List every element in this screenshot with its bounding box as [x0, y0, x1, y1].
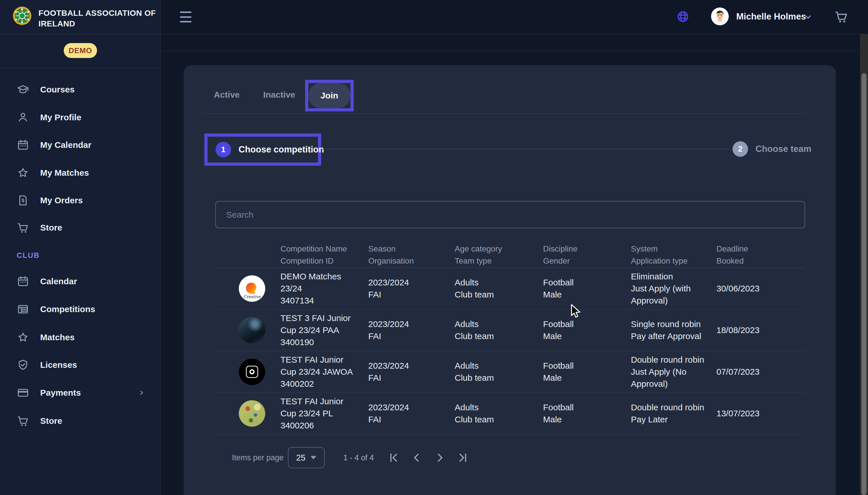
page-range-label: 1 - 4 of 4 [343, 454, 374, 462]
discipline: Football [543, 402, 574, 413]
sidebar-item-label: My Orders [40, 195, 83, 205]
organisation: FAI [368, 372, 409, 384]
table-row[interactable]: Creative DEMO Matches 23/24 3407134 2023… [215, 268, 805, 309]
discipline: Football [543, 318, 574, 330]
organisation: FAI [368, 289, 409, 301]
team-type: Club team [455, 330, 494, 342]
graduation-cap-icon [17, 83, 29, 96]
sidebar-item-club-calendar[interactable]: Calendar [0, 268, 161, 295]
discipline: Football [543, 276, 574, 289]
competition-logo [239, 359, 265, 385]
sidebar-item-club-matches[interactable]: Matches [0, 324, 161, 351]
sidebar-divider [0, 68, 161, 68]
search-field [215, 201, 805, 228]
sidebar-item-payments[interactable]: Payments [0, 379, 161, 407]
team-type: Club team [455, 289, 494, 301]
sidebar-item-label: Licenses [40, 360, 77, 370]
page-size-select[interactable]: 25 [288, 447, 325, 468]
tab-active[interactable]: Active [214, 90, 240, 100]
competition-logo [239, 317, 265, 343]
deadline: 30/06/2023 [716, 283, 760, 295]
sidebar-item-label: Courses [40, 85, 75, 95]
deadline: 18/08/2023 [716, 324, 760, 336]
chevron-right-icon [137, 389, 146, 397]
gender: Male [543, 372, 574, 384]
col-discipline: DisciplineGender [543, 243, 577, 267]
menu-toggle-icon[interactable] [180, 12, 191, 22]
brand[interactable]: FOOTBALL ASSOCIATION OF IRELAND [13, 6, 156, 29]
sidebar-item-my-profile[interactable]: My Profile [0, 104, 161, 131]
deadline: 13/07/2023 [716, 407, 760, 420]
first-page-button[interactable] [387, 451, 400, 464]
sidebar-item-label: Payments [40, 388, 81, 398]
receipt-icon: $ [17, 194, 29, 207]
tab-join[interactable]: Join [308, 83, 350, 108]
search-input[interactable] [226, 210, 795, 220]
gender: Male [543, 413, 574, 426]
table-row[interactable]: TEST 3 FAI Junior Cup 23/24 PAA 3400190 … [215, 309, 805, 351]
col-competition: Competition NameCompetition ID [280, 243, 347, 267]
competition-id: 3407134 [280, 295, 359, 307]
brand-title: FOOTBALL ASSOCIATION OF IRELAND [38, 6, 156, 29]
system: Double round robin [631, 402, 717, 413]
chevron-down-icon[interactable] [803, 12, 813, 22]
sidebar-item-my-matches[interactable]: My Matches [0, 159, 161, 187]
mouse-cursor [570, 304, 583, 320]
tab-inactive[interactable]: Inactive [263, 90, 295, 100]
table-row[interactable]: TEST FAI Junior Cup 23/24 PL 3400206 202… [215, 393, 805, 434]
user-name[interactable]: Michelle Holmes [736, 12, 806, 22]
last-page-button[interactable] [456, 451, 469, 464]
discipline: Football [543, 360, 574, 372]
sidebar: FOOTBALL ASSOCIATION OF IRELAND DEMO Cou… [0, 0, 161, 495]
fai-logo-icon [13, 6, 32, 25]
competition-logo [239, 400, 265, 427]
content-panel: Active Inactive Join 1 Choose competitio… [184, 65, 836, 495]
sidebar-item-club-store[interactable]: Store [0, 407, 161, 435]
next-page-button[interactable] [433, 451, 446, 464]
application-type: Just Apply (with Approval) [631, 283, 717, 307]
age-category: Adults [455, 360, 494, 372]
scrollbar-thumb[interactable] [862, 73, 867, 495]
shield-check-icon [17, 359, 29, 371]
previous-page-button[interactable] [411, 451, 423, 464]
sidebar-item-store[interactable]: Store [0, 214, 161, 241]
system: Double round robin [631, 354, 717, 366]
gender: Male [543, 330, 574, 342]
application-type: Just Apply (No Approval) [631, 366, 717, 390]
system: Single round robin [631, 318, 717, 330]
sidebar-item-label: Store [40, 223, 62, 233]
subheader-divider [161, 51, 860, 51]
step-1-badge: 1 [215, 142, 231, 157]
sidebar-item-label: Competitions [40, 304, 95, 314]
step-choose-team[interactable]: 2 Choose team [732, 141, 812, 157]
sidebar-item-licenses[interactable]: Licenses [0, 351, 161, 379]
sidebar-item-my-calendar[interactable]: My Calendar [0, 131, 161, 159]
tab-join-highlight-box: Join [305, 80, 354, 112]
step-choose-competition-highlight-box[interactable]: 1 Choose competition [204, 134, 321, 166]
sidebar-item-label: My Matches [40, 168, 89, 178]
competition-id: 3400202 [280, 378, 359, 390]
application-type: Pay Later [631, 413, 717, 426]
organisation: FAI [368, 330, 409, 342]
age-category: Adults [455, 402, 494, 413]
star-icon [17, 167, 29, 179]
sidebar-item-my-orders[interactable]: $ My Orders [0, 187, 161, 214]
sidebar-item-label: Calendar [40, 276, 77, 286]
sidebar-item-competitions[interactable]: Competitions [0, 295, 161, 323]
competition-logo: Creative [239, 275, 265, 302]
system: Elimination [631, 271, 717, 283]
competition-name: TEST 3 FAI Junior Cup 23/24 PAA [280, 312, 359, 336]
team-type: Club team [455, 372, 494, 384]
language-globe-icon[interactable] [676, 10, 690, 23]
cart-icon[interactable] [834, 10, 849, 24]
season: 2023/2024 [368, 318, 409, 330]
application-type: Pay after Approval [631, 330, 717, 342]
table-row[interactable]: TEST FAI Junior Cup 23/24 JAWOA 3400202 … [215, 351, 805, 393]
user-avatar[interactable] [711, 7, 729, 25]
sidebar-item-courses[interactable]: Courses [0, 76, 161, 103]
topbar-divider [0, 34, 860, 34]
logo-script-text: Creative [243, 294, 261, 299]
sidebar-item-label: My Profile [40, 113, 81, 122]
person-icon [17, 111, 29, 124]
scrollbar-track[interactable] [860, 34, 868, 495]
